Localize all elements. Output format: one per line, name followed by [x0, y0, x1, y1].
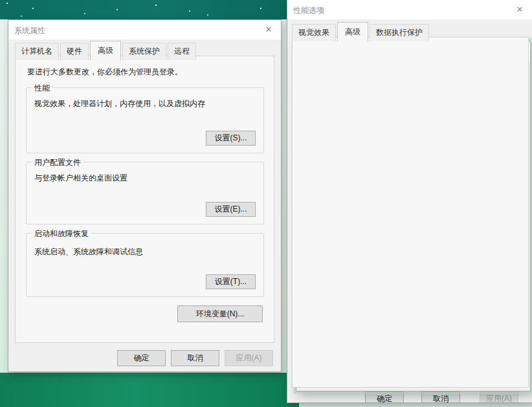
performance-group-title: 性能 [32, 83, 52, 94]
user-profiles-group: 用户配置文件 与登录帐户相关的桌面设置 设置(E)... [26, 162, 264, 225]
user-profiles-settings-button[interactable]: 设置(E)... [206, 202, 256, 217]
wallpaper-top-band [0, 0, 287, 19]
perf-advanced-tab-page [292, 37, 529, 388]
tab-dep[interactable]: 数据执行保护 [370, 24, 429, 41]
performance-group: 性能 视觉效果，处理器计划，内存使用，以及虚拟内存 设置(S)... [26, 87, 264, 153]
performance-options-tabs: 视觉效果 高级 数据执行保护 [292, 22, 430, 41]
user-profiles-group-title: 用户配置文件 [32, 157, 83, 168]
wallpaper-bottom-band [0, 373, 299, 407]
tab-system-protection[interactable]: 系统保护 [122, 43, 166, 60]
advanced-tab-page: 要进行大多数更改，你必须作为管理员登录。 性能 视觉效果，处理器计划，内存使用，… [15, 56, 274, 343]
tab-visual-effects[interactable]: 视觉效果 [292, 24, 336, 41]
sysprops-apply-button: 应用(A) [225, 350, 273, 366]
desktop: 系统属性 ✕ 计算机名 硬件 高级 系统保护 远程 要进行大多数更改，你必须作为… [0, 0, 532, 407]
system-properties-titlebar[interactable]: 系统属性 ✕ [8, 20, 281, 39]
tab-computer-name[interactable]: 计算机名 [15, 43, 59, 60]
startup-recovery-group: 启动和故障恢复 系统启动、系统故障和调试信息 设置(T)... [26, 233, 264, 297]
close-icon[interactable]: ✕ [513, 4, 526, 16]
performance-description: 视觉效果，处理器计划，内存使用，以及虚拟内存 [34, 98, 205, 109]
close-icon[interactable]: ✕ [262, 24, 275, 36]
startup-recovery-description: 系统启动、系统故障和调试信息 [34, 247, 143, 258]
tab-hardware[interactable]: 硬件 [60, 43, 89, 60]
tab-remote[interactable]: 远程 [168, 43, 196, 60]
system-properties-dialog: 系统属性 ✕ 计算机名 硬件 高级 系统保护 远程 要进行大多数更改，你必须作为… [8, 19, 282, 372]
perfopts-ok-button[interactable]: 确定 [365, 391, 404, 403]
performance-options-title: 性能选项 [293, 5, 324, 16]
tab-advanced[interactable]: 高级 [90, 41, 121, 60]
sysprops-cancel-button[interactable]: 取消 [171, 350, 219, 366]
environment-variables-button[interactable]: 环境变量(N)... [177, 305, 263, 322]
performance-options-titlebar[interactable]: 性能选项 ✕ [287, 0, 532, 19]
sysprops-ok-button[interactable]: 确定 [117, 350, 166, 366]
wallpaper-stars [6, 3, 8, 4]
admin-note: 要进行大多数更改，你必须作为管理员登录。 [27, 67, 183, 78]
tab-perf-advanced[interactable]: 高级 [337, 22, 368, 41]
performance-settings-button[interactable]: 设置(S)... [206, 131, 256, 146]
user-profiles-description: 与登录帐户相关的桌面设置 [34, 173, 127, 184]
system-properties-title: 系统属性 [14, 25, 45, 36]
system-properties-tabs: 计算机名 硬件 高级 系统保护 远程 [15, 41, 197, 60]
performance-options-dialog: 性能选项 ✕ 视觉效果 高级 数据执行保护 确定 取消 应用(A) [287, 0, 532, 403]
perfopts-cancel-button[interactable]: 取消 [421, 391, 460, 403]
startup-recovery-group-title: 启动和故障恢复 [32, 228, 91, 239]
perfopts-apply-button: 应用(A) [480, 391, 518, 403]
startup-recovery-settings-button[interactable]: 设置(T)... [206, 274, 256, 289]
